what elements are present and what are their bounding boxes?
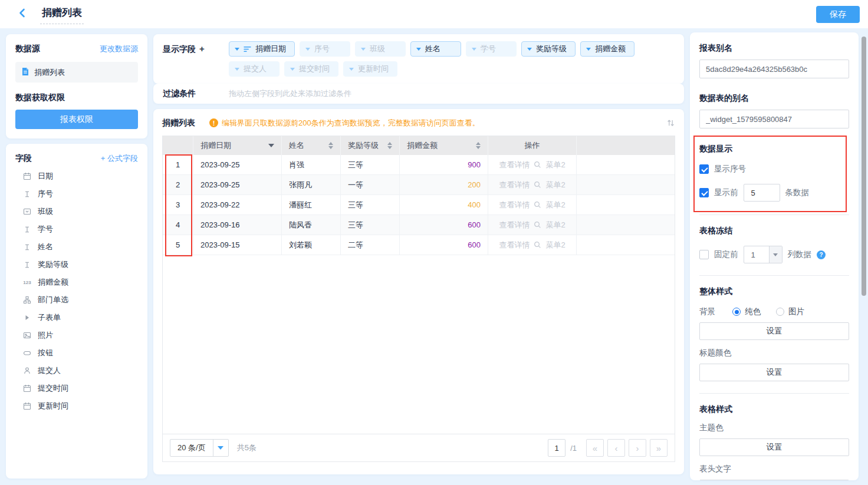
menu2-link[interactable]: 菜单2	[545, 160, 565, 170]
row-amount-cell: 600	[400, 235, 488, 255]
select-icon	[22, 207, 32, 216]
field-list-item[interactable]: 更新时间	[15, 397, 138, 415]
display-field-chip[interactable]: 奖励等级	[521, 41, 576, 57]
menu2-link[interactable]: 菜单2	[545, 220, 565, 230]
title-color-set-button[interactable]: 设置	[699, 364, 849, 381]
filter-drop-area[interactable]: 拖动左侧字段到此处来添加过滤条件	[229, 88, 351, 99]
row-index-cell: 2	[163, 175, 193, 194]
solid-color-radio[interactable]	[732, 308, 741, 316]
next-page-button[interactable]: ›	[629, 439, 646, 457]
sort-carets-icon[interactable]	[387, 142, 392, 149]
field-list-item[interactable]: 子表单	[15, 309, 138, 326]
image-label: 图片	[788, 306, 804, 317]
view-detail-link[interactable]: 查看详情	[499, 220, 530, 230]
report-permission-button[interactable]: 报表权限	[15, 110, 138, 129]
sort-order-button[interactable]	[666, 118, 675, 127]
background-set-button[interactable]: 设置	[699, 322, 849, 340]
display-field-chip[interactable]: 提交人	[229, 61, 280, 77]
person-icon	[22, 367, 32, 375]
view-detail-link[interactable]: 查看详情	[499, 160, 530, 170]
formula-field-label: 公式字段	[107, 154, 138, 163]
freeze-title: 表格冻结	[699, 226, 849, 236]
field-list-item[interactable]: 序号	[15, 185, 138, 203]
column-filter-caret-icon[interactable]	[268, 144, 274, 147]
field-list-item[interactable]: 提交时间	[15, 380, 138, 397]
magnifier-icon[interactable]	[534, 201, 541, 209]
save-button[interactable]: 保存	[816, 6, 860, 23]
field-list-item[interactable]: 班级	[15, 203, 138, 220]
theme-color-set-button[interactable]: 设置	[699, 438, 849, 456]
caret-down-icon	[527, 48, 532, 51]
add-display-field-icon[interactable]: +	[199, 44, 205, 54]
display-field-chip[interactable]: 学号	[466, 41, 517, 57]
show-top-checkbox[interactable]	[699, 188, 709, 197]
table-alias-input[interactable]	[699, 110, 849, 128]
field-list-item[interactable]: 学号	[15, 220, 138, 238]
field-list-item[interactable]: 部门单选	[15, 291, 138, 309]
display-field-chip[interactable]: 序号	[300, 41, 350, 57]
page-size-caret[interactable]	[213, 440, 228, 456]
back-button[interactable]	[15, 7, 29, 21]
display-field-chips: 捐赠日期 序号 班级 姓名 学号 奖励等级 捐赠金额 提交人 提交时间 更新时间	[229, 41, 675, 77]
datasource-item[interactable]: 捐赠列表	[15, 62, 138, 83]
sort-lines-icon	[244, 46, 251, 52]
table-panel: 捐赠列表 ! 编辑界面只取数据源前200条作为查询数据预览，完整数据请访问页面查…	[153, 109, 684, 474]
field-list-item[interactable]: 按钮	[15, 344, 138, 362]
magnifier-icon[interactable]	[534, 181, 541, 189]
first-page-button[interactable]: «	[586, 439, 604, 457]
menu2-link[interactable]: 菜单2	[545, 200, 565, 210]
header-text-label: 表头文字	[699, 464, 849, 474]
field-list-item[interactable]: 姓名	[15, 238, 138, 256]
scrollbar[interactable]	[862, 37, 866, 296]
prev-page-button[interactable]: ‹	[607, 439, 625, 457]
display-field-chip[interactable]: 捐赠金额	[580, 41, 634, 57]
header-level-column[interactable]: 奖励等级	[341, 136, 400, 155]
header-amount-column[interactable]: 捐赠金额	[400, 136, 488, 155]
view-detail-link[interactable]: 查看详情	[499, 200, 530, 210]
page-title: 捐赠列表	[40, 5, 84, 24]
row-level-cell: 二等	[341, 235, 400, 255]
last-page-button[interactable]: »	[650, 439, 668, 457]
caret-down-icon	[349, 68, 354, 71]
header-date-column[interactable]: 捐赠日期	[193, 136, 282, 155]
field-list-item[interactable]: 提交人	[15, 362, 138, 380]
image-radio[interactable]	[776, 308, 784, 316]
sort-carets-icon[interactable]	[476, 142, 481, 149]
add-formula-field-link[interactable]: + 公式字段	[101, 153, 138, 164]
field-list-item[interactable]: 日期	[15, 167, 138, 185]
row-empty-cell	[577, 215, 675, 235]
display-field-chip[interactable]: 捐赠日期	[229, 41, 295, 57]
freeze-count-select[interactable]: 1	[744, 246, 782, 263]
show-index-checkbox[interactable]	[699, 164, 709, 174]
magnifier-icon[interactable]	[534, 161, 541, 169]
calendar-icon	[22, 384, 32, 392]
display-field-chip[interactable]: 提交时间	[284, 61, 338, 77]
freeze-checkbox[interactable]	[699, 250, 709, 259]
field-list-item[interactable]: 照片	[15, 326, 138, 344]
display-field-chip[interactable]: 班级	[355, 41, 406, 57]
view-detail-link[interactable]: 查看详情	[499, 240, 530, 250]
magnifier-icon[interactable]	[534, 241, 541, 249]
field-list-item[interactable]: 123 捐赠金额	[15, 273, 138, 291]
header-text-set-button[interactable]: 设置	[699, 480, 849, 480]
change-datasource-link[interactable]: 更改数据源	[100, 44, 138, 54]
page-number-input[interactable]	[548, 439, 565, 457]
menu2-link[interactable]: 菜单2	[545, 240, 565, 250]
page-size-select[interactable]: 20 条/页	[170, 439, 229, 457]
freeze-select-caret[interactable]	[769, 246, 782, 263]
header-name-column[interactable]: 姓名	[282, 136, 341, 155]
row-level-cell: 三等	[341, 155, 400, 174]
menu2-link[interactable]: 菜单2	[545, 180, 565, 190]
report-alias-input[interactable]	[699, 60, 849, 78]
document-icon	[21, 67, 29, 78]
field-label: 学号	[38, 224, 53, 235]
magnifier-icon[interactable]	[534, 221, 541, 229]
chip-label: 学号	[481, 44, 496, 54]
help-icon[interactable]: ?	[817, 250, 826, 259]
display-field-chip[interactable]: 更新时间	[343, 61, 397, 77]
field-list-item[interactable]: 奖励等级	[15, 256, 138, 273]
show-top-count-input[interactable]	[744, 184, 780, 202]
display-field-chip[interactable]: 姓名	[410, 41, 461, 57]
sort-carets-icon[interactable]	[328, 142, 333, 149]
view-detail-link[interactable]: 查看详情	[499, 180, 530, 190]
